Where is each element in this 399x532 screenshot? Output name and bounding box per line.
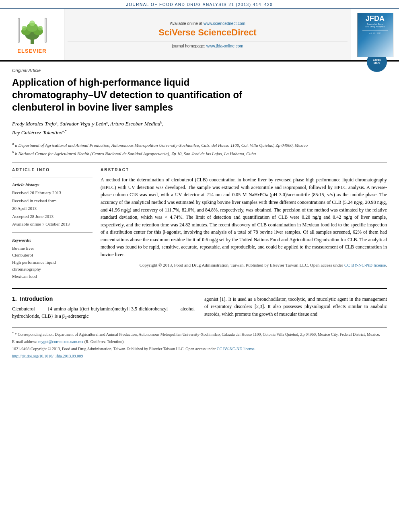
jfda-cover-image: JFDA Journal of Foodand Drug Analysis Vo…	[357, 13, 393, 57]
info-abstract-section: ARTICLE INFO Article history: Received 2…	[12, 168, 387, 280]
doi-link[interactable]: http://dx.doi.org/10.1016/j.jfda.2013.09…	[12, 354, 83, 358]
corresponding-author-note: * * Corresponding author. Department of …	[12, 331, 387, 337]
journal-header: JOURNAL OF FOOD AND DRUG ANALYSIS 21 (20…	[0, 0, 399, 9]
intro-paragraph-2: agonist [1]. It is used as a bronchodila…	[204, 296, 387, 318]
authors: Fredy Morales-Trejoa, Salvador Vega-y Le…	[12, 119, 387, 137]
svg-rect-9	[45, 18, 46, 42]
available-online-text: Available online at www.sciencedirect.co…	[170, 21, 245, 26]
email-link[interactable]: reygut@correo.xoc.uam.mx	[38, 339, 83, 344]
doi-note: http://dx.doi.org/10.1016/j.jfda.2013.09…	[12, 353, 387, 359]
received-revised-label: Received in revised form	[12, 197, 93, 204]
journal-header-text: JOURNAL OF FOOD AND DRUG ANALYSIS 21 (20…	[126, 2, 273, 7]
cc-footer-link[interactable]: CC BY-NC-ND license.	[217, 347, 255, 351]
available-online-date: Available online 7 October 2013	[12, 221, 93, 228]
body-left-col: 1. Introduction Clenbuterol {4-amino-alp…	[12, 296, 195, 321]
affiliation-a: a a Department of Agricultural and Anima…	[12, 141, 387, 148]
divider-2	[12, 177, 93, 177]
svg-point-5	[22, 26, 27, 31]
revised-date: 20 April 2013	[12, 205, 93, 212]
svg-text:Mark: Mark	[374, 62, 380, 64]
article-info-heading: ARTICLE INFO	[12, 168, 93, 172]
journal-homepage: journal homepage: www.jfda-online.com	[68, 41, 348, 48]
received-date-1: Received 26 February 2013	[12, 189, 93, 196]
affiliation-b: b b National Center for Agricultural Hea…	[12, 150, 387, 157]
article-body: Original Article Application of high-per…	[0, 62, 399, 368]
jfda-letters: JFDA	[366, 15, 385, 22]
keyword-3: High performance liquid chromatography	[12, 259, 93, 273]
sciverse-logo: SciVerse ScienceDirect	[158, 27, 256, 38]
accepted-date: Accepted 28 June 2013	[12, 213, 93, 220]
copyright-note: 1021-9498 Copyright © 2013, Food and Dru…	[12, 346, 387, 352]
sciencedirect-text: ScienceDirect	[198, 27, 257, 37]
body-right-col: agonist [1]. It is used as a bronchodila…	[204, 296, 387, 321]
keyword-1: Bovine liver	[12, 245, 93, 252]
section-title-text: Introduction	[20, 296, 53, 302]
abstract-copyright: Copyright © 2013, Food and Drug Administ…	[101, 262, 387, 269]
divider-3	[12, 232, 93, 233]
elsevier-tree-icon	[16, 16, 48, 46]
article-title: Application of high-performance liquid c…	[12, 76, 274, 114]
keywords-label: Keywords:	[12, 238, 93, 242]
keyword-4: Mexican food	[12, 273, 93, 280]
article-history-label: Article history:	[12, 182, 93, 187]
banner-center: Available online at www.sciencedirect.co…	[64, 9, 351, 60]
jfda-cover-section: JFDA Journal of Foodand Drug Analysis Vo…	[351, 9, 399, 60]
article-type-label: Original Article	[12, 68, 387, 73]
intro-paragraph-1: Clenbuterol {4-amino-alpha-[(tert-butyla…	[12, 305, 195, 321]
author-1: Fredy Morales-Trejo	[12, 121, 56, 127]
author-2: Salvador Vega-y León	[60, 121, 106, 127]
svg-point-7	[29, 21, 35, 26]
abstract-heading: ABSTRACT	[101, 168, 387, 172]
svg-rect-8	[18, 18, 19, 42]
article-info-col: ARTICLE INFO Article history: Received 2…	[12, 168, 93, 280]
banner: ELSEVIER Available online at www.science…	[0, 9, 399, 62]
abstract-col: ABSTRACT A method for the determination …	[101, 168, 387, 280]
svg-point-6	[38, 26, 43, 31]
affiliations: a a Department of Agricultural and Anima…	[12, 141, 387, 157]
footnotes-section: * * Corresponding author. Department of …	[12, 327, 387, 359]
elsevier-logo-section: ELSEVIER	[0, 9, 64, 60]
elsevier-label: ELSEVIER	[17, 48, 46, 54]
abstract-text: A method for the determination of clenbu…	[101, 176, 387, 259]
cc-license-link[interactable]: CC BY-NC-ND license	[344, 263, 386, 267]
email-note: E-mail address: reygut@correo.xoc.uam.mx…	[12, 339, 387, 345]
author-3: Arturo Escobar-Medina	[110, 121, 160, 127]
sciencedirect-link[interactable]: www.sciencedirect.com	[204, 21, 245, 26]
introduction-heading: 1. Introduction	[12, 296, 195, 302]
divider-1	[12, 162, 387, 163]
sciverse-text: SciVerse	[158, 27, 198, 37]
svg-text:Cross: Cross	[373, 58, 381, 61]
body-two-col: 1. Introduction Clenbuterol {4-amino-alp…	[12, 296, 387, 321]
section-number: 1.	[12, 296, 17, 302]
journal-homepage-link[interactable]: www.jfda-online.com	[206, 44, 243, 48]
author-4: Rey Gutiérrez-Tolentino	[12, 129, 62, 136]
body-section: 1. Introduction Clenbuterol {4-amino-alp…	[12, 288, 387, 321]
keyword-2: Clenbuterol	[12, 252, 93, 259]
